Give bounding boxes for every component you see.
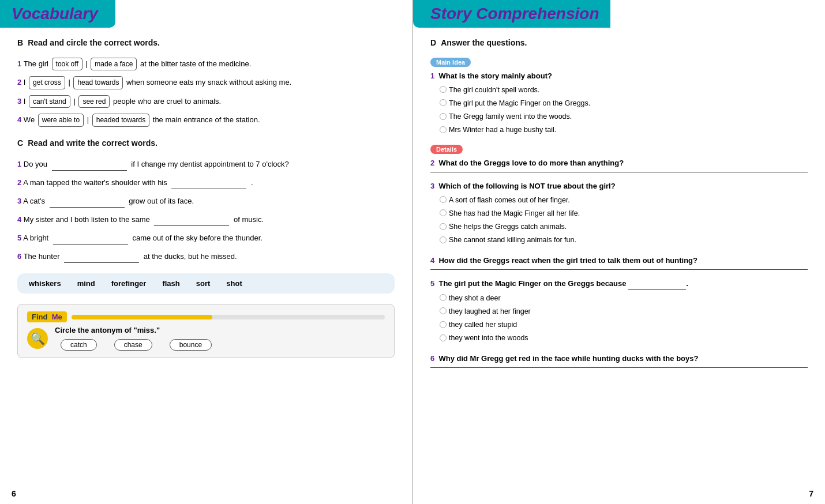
sc-q2-question: 2 What do the Greggs love to do more tha…	[430, 157, 808, 169]
section-b-header: B Read and circle the correct words.	[17, 38, 395, 52]
section-c-q1: 1 Do you if I change my dentist appointm…	[17, 158, 395, 171]
antonym-catch[interactable]: catch	[61, 339, 97, 351]
vocabulary-title: Vocabulary	[12, 5, 98, 23]
section-c-q2: 2 A man tapped the waiter's shoulder wit…	[17, 176, 395, 189]
sc-q5-question: 5 The girl put the Magic Finger on the G…	[430, 278, 808, 290]
word-forefinger: forefinger	[111, 279, 147, 288]
blank-5[interactable]	[53, 244, 128, 245]
blank-2[interactable]	[171, 189, 246, 189]
sc-q1-block: Main Idea 1 What is the story mainly abo…	[430, 58, 808, 137]
sc-q4-answer-line[interactable]	[430, 269, 808, 270]
sc-q6-answer-line[interactable]	[430, 367, 808, 368]
section-b-q4: 4 We were able to | headed towards the m…	[17, 114, 395, 126]
right-content: D Answer the questions. Main Idea 1 What…	[413, 38, 825, 385]
sc-q2-block: Details 2 What do the Greggs love to do …	[430, 145, 808, 173]
sc-q3-block: 3 Which of the following is NOT true abo…	[430, 180, 808, 247]
find-me-body: Circle the antonym of "miss." catch chas…	[55, 326, 212, 351]
sc-q1-opt2[interactable]: The girl put the Magic Finger on the Gre…	[440, 97, 808, 110]
sc-q5-opt1[interactable]: they shot a deer	[440, 292, 808, 304]
option-made-a-face[interactable]: made a face	[91, 58, 137, 70]
find-me-progress-fill	[72, 315, 212, 319]
section-b-letter: B	[17, 38, 23, 47]
sc-q6-block: 6 Why did Mr Gregg get red in the face w…	[430, 353, 808, 368]
sc-q1-opt1[interactable]: The girl couldn't spell words.	[440, 84, 808, 96]
sc-q1-opt4[interactable]: Mrs Winter had a huge bushy tail.	[440, 124, 808, 136]
sc-q1-opt3[interactable]: The Gregg family went into the woods.	[440, 111, 808, 123]
find-me-question: Circle the antonym of "miss."	[55, 326, 212, 334]
page-number-left: 6	[12, 489, 16, 498]
section-d-instruction: Answer the questions.	[441, 38, 527, 47]
section-b-q1: 1 The girl took off | made a face at the…	[17, 58, 395, 70]
option-headed-towards[interactable]: headed towards	[92, 114, 149, 126]
section-c-q6: 6 The hunter at the ducks, but he missed…	[17, 250, 395, 263]
blank-6[interactable]	[64, 262, 139, 263]
sc-q5-block: 5 The girl put the Magic Finger on the G…	[430, 278, 808, 345]
section-c-q5: 5 A bright came out of the sky before th…	[17, 232, 395, 245]
vocabulary-header: Vocabulary	[0, 0, 115, 28]
section-b: B Read and circle the correct words. 1 T…	[17, 38, 395, 127]
sc-q5-opt4[interactable]: they went into the woods	[440, 332, 808, 344]
word-flash: flash	[162, 279, 179, 288]
sc-q2-answer-line[interactable]	[430, 172, 808, 172]
section-b-instruction: Read and circle the correct words.	[28, 38, 160, 47]
blank-4[interactable]	[154, 225, 229, 226]
option-were-able-to[interactable]: were able to	[38, 114, 84, 126]
find-me-label: Find Me	[27, 311, 67, 322]
sc-q6-question: 6 Why did Mr Gregg get red in the face w…	[430, 353, 808, 364]
section-c-letter: C	[17, 138, 23, 148]
word-sort: sort	[196, 279, 211, 288]
antonym-chase[interactable]: chase	[114, 339, 152, 351]
sc-q4-block: 4 How did the Greggs react when the girl…	[430, 255, 808, 270]
antonym-options: catch chase bounce	[61, 339, 212, 351]
option-cant-stand[interactable]: can't stand	[29, 95, 70, 108]
left-content: B Read and circle the correct words. 1 T…	[0, 38, 412, 367]
option-see-red[interactable]: see red	[78, 95, 110, 108]
option-head-towards[interactable]: head towards	[73, 76, 123, 89]
sc-q3-opt3[interactable]: She helps the Greggs catch animals.	[440, 221, 808, 233]
section-d-header: D Answer the questions.	[430, 38, 808, 52]
sc-q1-question: 1 What is the story mainly about?	[430, 70, 808, 82]
search-icon: 🔍	[27, 328, 48, 349]
word-shot: shot	[226, 279, 242, 288]
sc-q3-question: 3 Which of the following is NOT true abo…	[430, 180, 808, 192]
story-comprehension-header: Story Comprehension	[413, 0, 610, 28]
find-me-section: Find Me 🔍 Circle the antonym of "miss." …	[17, 304, 395, 358]
word-whiskers: whiskers	[29, 279, 61, 288]
badge-main-idea: Main Idea	[430, 58, 471, 67]
sc-q5-opt2[interactable]: they laughed at her finger	[440, 306, 808, 318]
sc-q3-opt4[interactable]: She cannot stand killing animals for fun…	[440, 234, 808, 246]
page-number-right: 7	[809, 489, 813, 498]
section-c-q4: 4 My sister and I both listen to the sam…	[17, 213, 395, 226]
blank-1[interactable]	[52, 170, 127, 171]
find-me-progress-bar-container	[72, 315, 385, 319]
right-page: Story Comprehension D Answer the questio…	[413, 0, 825, 504]
sc-q3-opt2[interactable]: She has had the Magic Finger all her lif…	[440, 208, 808, 220]
left-page: Vocabulary B Read and circle the correct…	[0, 0, 413, 504]
blank-3[interactable]	[50, 207, 125, 208]
option-get-cross[interactable]: get cross	[29, 76, 65, 89]
section-c: C Read and write the correct words. 1 Do…	[17, 138, 395, 294]
section-c-header: C Read and write the correct words.	[17, 138, 395, 152]
story-comprehension-title: Story Comprehension	[430, 5, 599, 23]
section-d-letter: D	[430, 38, 436, 47]
antonym-bounce[interactable]: bounce	[170, 339, 212, 351]
word-mind: mind	[77, 279, 95, 288]
find-me-bar: Find Me	[27, 311, 385, 322]
section-c-instruction: Read and write the correct words.	[28, 138, 158, 148]
word-bank: whiskers mind forefinger flash sort shot	[17, 273, 395, 294]
sc-q5-opt3[interactable]: they called her stupid	[440, 319, 808, 331]
section-c-q3: 3 A cat's grow out of its face.	[17, 195, 395, 208]
find-me-content: 🔍 Circle the antonym of "miss." catch ch…	[27, 326, 385, 351]
sc-q4-question: 4 How did the Greggs react when the girl…	[430, 255, 808, 266]
badge-details: Details	[430, 145, 463, 154]
section-b-q3: 3 I can't stand | see red people who are…	[17, 95, 395, 108]
option-took-off[interactable]: took off	[52, 58, 82, 70]
section-b-q2: 2 I get cross | head towards when someon…	[17, 76, 395, 89]
sc-q3-opt1[interactable]: A sort of flash comes out of her finger.	[440, 194, 808, 206]
